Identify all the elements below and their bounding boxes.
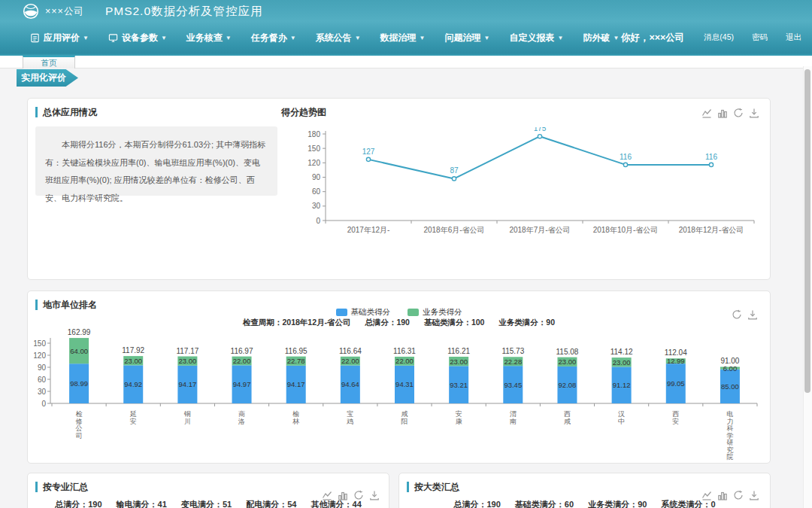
chevron-down-icon: ▼ (420, 35, 426, 41)
app-title: PMS2.0数据分析及管控应用 (105, 4, 263, 20)
svg-text:94.17: 94.17 (287, 380, 305, 388)
doc-icon (30, 33, 40, 43)
download-icon[interactable] (747, 309, 758, 320)
legend-swatch-base (336, 309, 347, 316)
svg-text:94.92: 94.92 (124, 380, 142, 388)
logout-link[interactable]: 退出 (786, 32, 801, 43)
chevron-down-icon: ▼ (161, 35, 167, 41)
refresh-icon[interactable] (732, 309, 742, 320)
svg-text:99.05: 99.05 (667, 379, 685, 388)
svg-text:114.12: 114.12 (611, 348, 633, 356)
refresh-icon[interactable] (733, 108, 744, 118)
line-chart-icon[interactable] (701, 108, 712, 118)
svg-text:2018年7月-省公司: 2018年7月-省公司 (509, 226, 570, 234)
svg-text:85.00: 85.00 (721, 382, 739, 391)
chevron-down-icon: ▼ (484, 35, 490, 41)
ranking-panel: 地市单位排名 基础类得分 业务类得分 检查周期：2018年12月-省公司 总满分… (27, 291, 771, 464)
svg-text:咸阳: 咸阳 (401, 410, 408, 425)
nav-item-data-governance[interactable]: 数据治理▼ (380, 32, 426, 44)
svg-text:22.00: 22.00 (341, 357, 359, 365)
scrollbar-thumb[interactable] (804, 69, 810, 393)
svg-text:30: 30 (38, 388, 47, 396)
svg-text:安康: 安康 (456, 410, 462, 425)
tab-bar: 首页 (0, 56, 812, 68)
company-name: ×××公司 (45, 5, 84, 18)
svg-text:127: 127 (362, 148, 375, 156)
trend-toolbox (696, 108, 759, 118)
svg-text:23.00: 23.00 (613, 358, 631, 367)
nav-label: 任务督办 (251, 32, 287, 44)
svg-text:64.00: 64.00 (70, 347, 88, 355)
svg-text:93.21: 93.21 (450, 381, 468, 389)
nav-item-custom-report[interactable]: 自定义报表▼ (509, 32, 563, 44)
specialty-panel: 按专业汇总 总满分：190 输电满分：41 变电满分：51 配电满分：54 其他… (27, 473, 389, 508)
category-stats: 总满分：190 基础类满分：60 业务类满分：90 系统类满分：0 (399, 499, 770, 508)
nav-item-task-supervision[interactable]: 任务督办▼ (251, 32, 296, 44)
svg-text:0: 0 (41, 400, 46, 408)
stat: 输电满分：41 (117, 500, 167, 508)
svg-text:汉中: 汉中 (618, 410, 625, 425)
stat: 总满分：190 (55, 500, 102, 508)
ranking-toolbox (726, 309, 758, 320)
nav-label: 设备参数 (122, 32, 158, 44)
nav-label: 业务核查 (186, 32, 223, 44)
bar-chart-icon[interactable] (717, 108, 728, 118)
svg-text:150: 150 (34, 339, 46, 348)
nav-label: 应用评价 (44, 32, 80, 44)
nav-item-issue-governance[interactable]: 问题治理▼ (445, 32, 490, 44)
nav-item-business-check[interactable]: 业务核查▼ (186, 32, 232, 44)
svg-text:西咸: 西咸 (564, 410, 571, 425)
svg-text:180: 180 (308, 130, 320, 138)
nav-item-device-params[interactable]: 设备参数▼ (108, 32, 167, 44)
chevron-down-icon: ▼ (226, 35, 232, 41)
trend-title: 得分趋势图 (281, 107, 326, 117)
chevron-down-icon: ▼ (355, 35, 361, 41)
legend-item-base[interactable]: 基础类得分 (336, 307, 391, 318)
legend-label: 业务类得分 (423, 307, 462, 318)
tab-home[interactable]: 首页 (23, 56, 75, 68)
chevron-down-icon: ▼ (613, 35, 619, 41)
svg-text:116.97: 116.97 (231, 347, 253, 355)
legend-item-biz[interactable]: 业务类得分 (408, 307, 462, 318)
svg-text:90: 90 (38, 364, 47, 372)
svg-text:117.17: 117.17 (176, 347, 198, 355)
nav-label: 系统公告 (316, 32, 352, 44)
svg-text:检修公司: 检修公司 (76, 410, 83, 440)
svg-text:榆林: 榆林 (292, 410, 299, 425)
svg-text:92.08: 92.08 (559, 381, 577, 389)
svg-text:西安: 西安 (672, 410, 679, 425)
svg-text:23.00: 23.00 (559, 357, 577, 366)
svg-text:175: 175 (534, 127, 547, 132)
svg-text:2018年10月-省公司: 2018年10月-省公司 (593, 226, 659, 234)
nav-item-app-eval[interactable]: 应用评价▼ (30, 32, 89, 44)
overview-title: 总体应用情况 (35, 107, 97, 117)
chevron-down-icon: ▼ (557, 35, 563, 41)
nav-item-external-damage[interactable]: 防外破▼ (583, 32, 619, 44)
svg-text:150: 150 (308, 144, 320, 153)
svg-text:116: 116 (620, 153, 632, 161)
svg-text:98.99: 98.99 (70, 379, 88, 388)
nav-item-system-notice[interactable]: 系统公告▼ (316, 32, 361, 44)
svg-text:30: 30 (312, 202, 321, 210)
stat: 业务类满分：90 (588, 500, 647, 508)
messages-link[interactable]: 消息(45) (704, 32, 734, 43)
svg-text:22.00: 22.00 (395, 357, 414, 365)
top-bar: ×××公司 PMS2.0数据分析及管控应用 (0, 0, 812, 23)
chevron-down-icon: ▼ (290, 35, 296, 41)
nav-label: 数据治理 (380, 32, 417, 44)
user-area: 你好，×××公司 消息(45) 密码 退出 (621, 25, 801, 50)
stat: 配电满分：54 (246, 500, 296, 508)
download-icon[interactable] (749, 108, 759, 118)
svg-text:116.64: 116.64 (339, 347, 362, 355)
svg-text:116.31: 116.31 (393, 347, 416, 355)
stat: 变电满分：51 (181, 500, 232, 508)
stat: 总满分：190 (453, 500, 500, 508)
svg-text:铜川: 铜川 (183, 410, 191, 425)
password-link[interactable]: 密码 (752, 32, 768, 43)
svg-text:120: 120 (34, 351, 46, 360)
svg-text:电力科学研究院: 电力科学研究院 (726, 410, 733, 461)
device-icon (108, 33, 118, 43)
svg-text:60: 60 (38, 376, 47, 384)
svg-text:116.21: 116.21 (447, 347, 470, 355)
app-header: ×××公司 PMS2.0数据分析及管控应用 应用评价▼ 设备参数▼ 业务核查▼ … (0, 0, 812, 56)
